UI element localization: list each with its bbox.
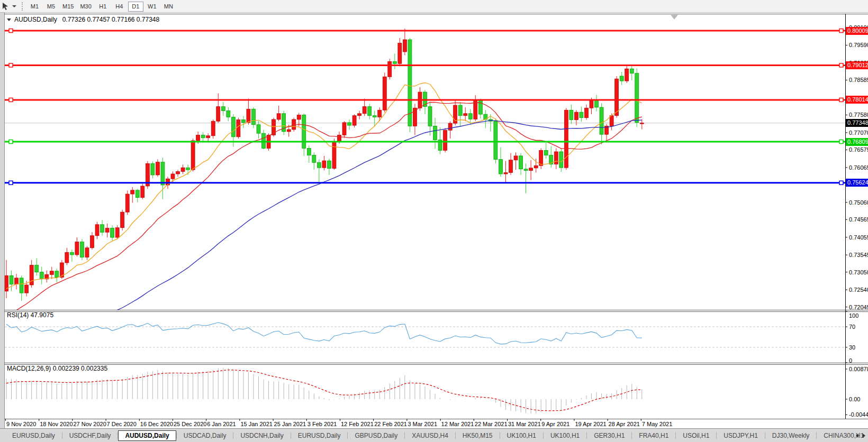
- svg-text:31 Mar 2021: 31 Mar 2021: [508, 421, 541, 427]
- chart-tabs: EURUSD,DailyUSDCHF,DailyAUDUSD,DailyUSDC…: [5, 430, 868, 441]
- chart-tab-USDCHF-Daily[interactable]: USDCHF,Daily: [62, 430, 118, 441]
- rsi-indicator-label: RSI(14) 47.9075: [7, 311, 53, 319]
- price-tag-0.77348: 0.77348: [846, 119, 868, 127]
- timeframe-button-D1[interactable]: D1: [128, 2, 143, 12]
- chart-tab-GER30-H1[interactable]: GER30,H1: [587, 430, 631, 441]
- chart-tab-UK100-H1[interactable]: UK100,H1: [544, 430, 586, 441]
- svg-text:0.76065: 0.76065: [849, 164, 868, 171]
- scroll-tabs-right-icon[interactable]: [863, 434, 865, 438]
- chart-tab-bar: EURUSD,DailyUSDCHF,DailyAUDUSD,DailyUSDC…: [0, 428, 868, 442]
- price-tag-0.78014: 0.78014: [846, 96, 868, 104]
- price-tag-0.79012: 0.79012: [846, 61, 868, 69]
- scroll-tabs-left-icon[interactable]: [856, 434, 858, 438]
- svg-text:-0.004455: -0.004455: [849, 411, 868, 418]
- chart-tab-EURUSD-Daily[interactable]: EURUSD,Daily: [291, 430, 348, 441]
- chart-tab-EURUSD-Daily[interactable]: EURUSD,Daily: [5, 430, 62, 441]
- chart-title: AUDUSD,Daily 0.77326 0.77457 0.77166 0.7…: [7, 16, 159, 23]
- svg-text:25 Jan 2021: 25 Jan 2021: [274, 421, 306, 427]
- svg-text:22 Feb 2021: 22 Feb 2021: [374, 421, 407, 427]
- chart-window: 0.801000.795900.790850.785850.780800.775…: [0, 13, 868, 428]
- chart-tool-button[interactable]: [0, 2, 16, 11]
- chart-cursor-icon: [1, 2, 11, 11]
- svg-text:0.72540: 0.72540: [849, 287, 868, 293]
- timeframe-button-H4[interactable]: H4: [112, 2, 127, 12]
- chart-tab-FRA40-H1[interactable]: FRA40,H1: [632, 430, 675, 441]
- price-chart-canvas[interactable]: 0.801000.795900.790850.785850.780800.775…: [0, 13, 868, 428]
- chart-tab-HK50-M15[interactable]: HK50,M15: [456, 430, 500, 441]
- price-tag-0.76809: 0.76809: [846, 138, 868, 146]
- svg-text:3 Feb 2021: 3 Feb 2021: [308, 421, 337, 427]
- chart-tab-USDCAD-Daily[interactable]: USDCAD,Daily: [177, 430, 233, 441]
- svg-text:7 May 2021: 7 May 2021: [642, 421, 672, 427]
- svg-text:0.75060: 0.75060: [849, 199, 868, 206]
- chart-tab-UK100-H1[interactable]: UK100,H1: [500, 430, 543, 441]
- chart-tab-DJ30-Weekly[interactable]: DJ30,Weekly: [765, 430, 816, 441]
- chart-symbol-period: AUDUSD,Daily: [14, 16, 57, 23]
- timeframe-button-M30[interactable]: M30: [77, 2, 94, 12]
- chart-tab-USDJPY-H1[interactable]: USDJPY,H1: [717, 430, 764, 441]
- svg-text:70: 70: [849, 324, 855, 330]
- tab-scroll-arrows: [856, 429, 865, 442]
- timeframe-button-group: M1M5M15M30H1H4D1W1MN: [26, 1, 177, 12]
- timeframe-button-MN[interactable]: MN: [161, 2, 176, 12]
- svg-text:25 Dec 2020: 25 Dec 2020: [174, 421, 206, 427]
- chart-ohlc-quotes: 0.77326 0.77457 0.77166 0.77348: [62, 16, 160, 23]
- svg-text:0.74565: 0.74565: [849, 216, 868, 223]
- timeframe-button-M15[interactable]: M15: [60, 2, 76, 12]
- svg-text:3 Mar 2021: 3 Mar 2021: [408, 421, 437, 427]
- chart-tab-AUDUSD-Daily[interactable]: AUDUSD,Daily: [118, 430, 176, 441]
- timeframe-button-M1[interactable]: M1: [27, 2, 42, 12]
- svg-text:15 Jan 2021: 15 Jan 2021: [240, 421, 273, 427]
- svg-text:0: 0: [849, 357, 852, 364]
- macd-indicator-label: MACD(12,26,9) 0.002239 0.002335: [7, 365, 107, 372]
- svg-text:0.77070: 0.77070: [849, 130, 868, 136]
- svg-text:16 Dec 2020: 16 Dec 2020: [140, 421, 173, 427]
- svg-text:6 Jan 2021: 6 Jan 2021: [207, 421, 236, 427]
- svg-text:0.79590: 0.79590: [849, 42, 868, 48]
- svg-text:0.76575: 0.76575: [849, 146, 868, 153]
- svg-text:100: 100: [849, 312, 858, 319]
- chart-tab-USOil-H1[interactable]: USOil,H1: [676, 430, 716, 441]
- svg-text:19 Apr 2021: 19 Apr 2021: [575, 421, 606, 427]
- svg-text:0.74055: 0.74055: [849, 234, 868, 241]
- svg-text:0.72045: 0.72045: [849, 304, 868, 310]
- svg-text:27 Nov 2020: 27 Nov 2020: [73, 421, 106, 427]
- chart-tab-GBPUSD-Daily[interactable]: GBPUSD,Daily: [348, 430, 404, 441]
- timeframe-button-M5[interactable]: M5: [43, 2, 59, 12]
- svg-text:9 Nov 2020: 9 Nov 2020: [6, 421, 36, 427]
- svg-text:12 Mar 2021: 12 Mar 2021: [441, 421, 474, 427]
- dropdown-caret-icon: [12, 5, 16, 7]
- toolbar-grip[interactable]: [22, 2, 23, 11]
- svg-text:22 Mar 2021: 22 Mar 2021: [475, 421, 508, 427]
- price-tag-0.75624: 0.75624: [846, 179, 868, 187]
- svg-text:7 Dec 2020: 7 Dec 2020: [107, 421, 137, 427]
- svg-text:0.73050: 0.73050: [849, 269, 868, 275]
- price-tag-0.80009: 0.80009: [846, 27, 868, 35]
- top-toolbar: M1M5M15M30H1H4D1W1MN: [0, 0, 868, 13]
- svg-text:9 Apr 2021: 9 Apr 2021: [541, 421, 569, 427]
- svg-text:0.008782: 0.008782: [849, 366, 868, 372]
- collapse-triangle-icon[interactable]: [7, 19, 11, 21]
- timeframe-button-H1[interactable]: H1: [95, 2, 111, 12]
- svg-text:18 Nov 2020: 18 Nov 2020: [40, 421, 73, 427]
- timeframe-button-W1[interactable]: W1: [144, 2, 160, 12]
- svg-text:0.73545: 0.73545: [849, 252, 868, 258]
- svg-text:0.77580: 0.77580: [849, 112, 868, 118]
- chart-tab-USDCNH-Daily[interactable]: USDCNH,Daily: [233, 430, 290, 441]
- svg-text:28 Apr 2021: 28 Apr 2021: [609, 421, 640, 427]
- chart-tab-XAUUSD-H4[interactable]: XAUUSD,H4: [405, 430, 455, 441]
- svg-text:30: 30: [849, 344, 855, 351]
- svg-text:0.78585: 0.78585: [849, 77, 868, 83]
- svg-text:0.00: 0.00: [849, 396, 860, 402]
- svg-text:12 Feb 2021: 12 Feb 2021: [341, 421, 374, 427]
